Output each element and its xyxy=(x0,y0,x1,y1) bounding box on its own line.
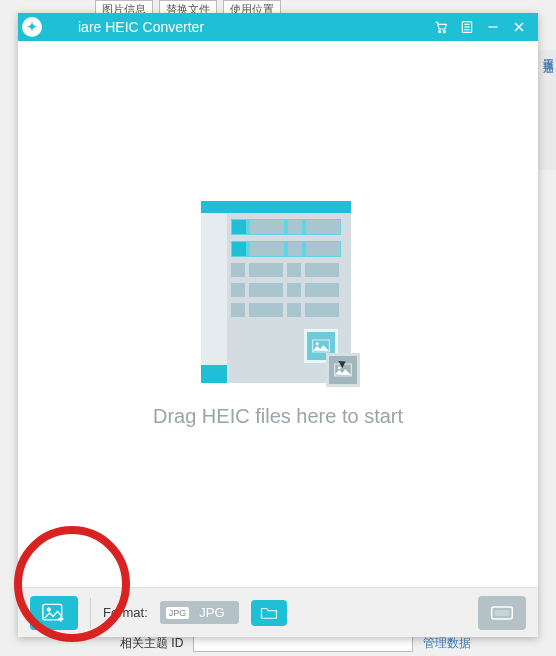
svg-point-10 xyxy=(315,342,318,345)
svg-point-0 xyxy=(439,31,441,33)
format-label: Format: xyxy=(103,605,148,620)
cart-icon[interactable] xyxy=(428,13,454,41)
background-side-text: 设置 描述 xyxy=(536,50,556,170)
titlebar[interactable]: ✦ iare HEIC Converter xyxy=(18,13,538,41)
bottom-bar: Format: JPG JPG xyxy=(18,587,538,637)
list-icon[interactable] xyxy=(454,13,480,41)
bg-bottom-link[interactable]: 管理数据 xyxy=(423,635,471,652)
close-icon[interactable] xyxy=(506,13,532,41)
app-logo-icon: ✦ xyxy=(22,17,42,37)
svg-rect-18 xyxy=(495,610,509,615)
format-value: JPG xyxy=(199,605,224,620)
format-badge: JPG xyxy=(166,607,190,619)
drop-zone[interactable]: Drag HEIC files here to start xyxy=(18,41,538,587)
bg-bottom-label: 相关主题 ID xyxy=(120,635,183,652)
start-convert-button[interactable] xyxy=(478,596,526,630)
dropzone-illustration xyxy=(201,201,356,391)
open-folder-button[interactable] xyxy=(251,600,287,626)
svg-point-12 xyxy=(337,366,340,369)
format-selector[interactable]: JPG JPG xyxy=(160,601,239,624)
svg-point-1 xyxy=(443,31,445,33)
dropzone-prompt: Drag HEIC files here to start xyxy=(153,405,403,428)
app-title: iare HEIC Converter xyxy=(78,19,204,35)
app-window: ✦ iare HEIC Converter xyxy=(18,13,538,637)
minimize-icon[interactable] xyxy=(480,13,506,41)
divider xyxy=(90,598,91,628)
svg-point-14 xyxy=(47,607,50,610)
add-image-button[interactable] xyxy=(30,596,78,630)
